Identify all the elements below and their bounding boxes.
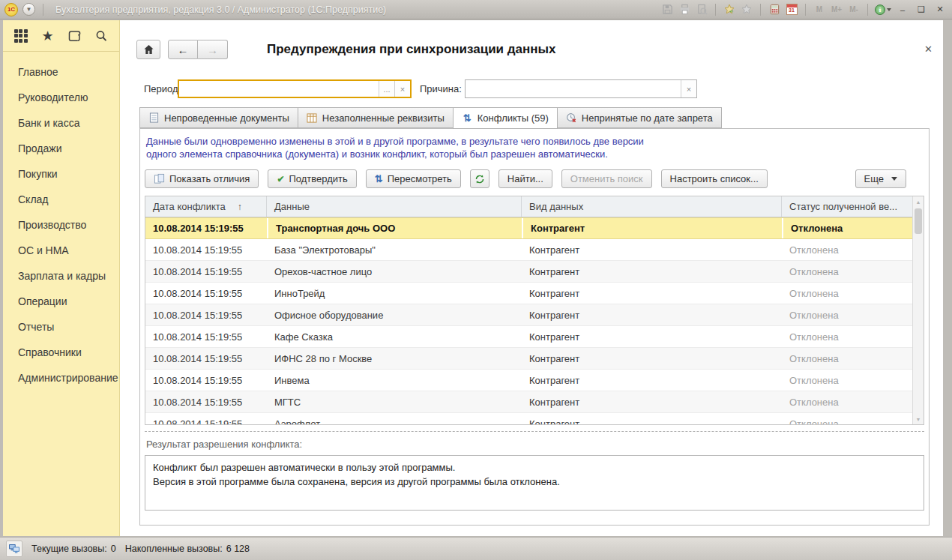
- favorites-icon[interactable]: [740, 3, 753, 16]
- tab-conflicts[interactable]: ⇅ Конфликты (59): [453, 107, 558, 129]
- find-button[interactable]: Найти...: [498, 169, 552, 188]
- show-differences-button[interactable]: Показать отличия: [145, 169, 259, 188]
- table-row[interactable]: 10.08.2014 15:19:55Орехов-частное лицоКо…: [145, 261, 912, 283]
- column-label: Вид данных: [529, 201, 583, 212]
- close-button[interactable]: ✕: [933, 3, 948, 16]
- server-calls-icon[interactable]: [6, 541, 22, 557]
- 1c-logo-icon[interactable]: 1С: [4, 3, 18, 16]
- cell-status: Отклонена: [782, 239, 912, 260]
- sidebar-item-3[interactable]: Продажи: [3, 136, 119, 161]
- review-button[interactable]: ⇅ Пересмотреть: [366, 169, 461, 188]
- conflict-arrows-icon: ⇅: [375, 174, 383, 184]
- column-header-status[interactable]: Статус полученной ве...: [782, 196, 912, 217]
- scrollbar-thumb[interactable]: [915, 208, 922, 234]
- cell-data: МГТС: [267, 391, 522, 412]
- list-toolbar: Показать отличия ✔ Подтвердить ⇅ Пересмо…: [145, 169, 924, 188]
- cell-kind: Контрагент: [522, 218, 782, 238]
- maximize-button[interactable]: ❑: [914, 3, 929, 16]
- more-button[interactable]: Еще: [855, 169, 906, 188]
- sidebar-item-9[interactable]: Операции: [3, 289, 119, 314]
- result-text-box[interactable]: Конфликт был разрешен автоматически в по…: [145, 455, 924, 511]
- memory-minus-button[interactable]: M-: [847, 3, 861, 16]
- sidebar-item-2[interactable]: Банк и касса: [3, 110, 119, 136]
- sidebar-item-8[interactable]: Зарплата и кадры: [3, 263, 119, 289]
- table-row[interactable]: 10.08.2014 15:19:55База "Электротовары"К…: [145, 239, 912, 261]
- splitter-handle[interactable]: [145, 431, 924, 432]
- forward-button[interactable]: →: [198, 40, 228, 59]
- history-icon[interactable]: [65, 27, 83, 45]
- column-header-data[interactable]: Данные: [267, 196, 522, 217]
- tab-unfilled-attributes[interactable]: Незаполненные реквизиты: [298, 107, 453, 128]
- sidebar-item-1[interactable]: Руководителю: [3, 85, 119, 110]
- home-button[interactable]: [136, 40, 160, 59]
- back-button[interactable]: ←: [168, 40, 198, 59]
- accumulated-calls-label: Накопленные вызовы:: [125, 544, 223, 554]
- table-row[interactable]: 10.08.2014 15:19:55АэрофлотКонтрагентОтк…: [145, 413, 912, 425]
- cell-date: 10.08.2014 15:19:55: [145, 370, 267, 391]
- title-bar: 1С ▼ Бухгалтерия предприятия, редакция 3…: [0, 0, 952, 19]
- current-calls-value: 0: [111, 544, 116, 554]
- sidebar-menu: ГлавноеРуководителюБанк и кассаПродажиПо…: [3, 52, 119, 398]
- add-to-favorites-icon[interactable]: [723, 3, 736, 16]
- column-header-kind[interactable]: Вид данных: [522, 196, 782, 217]
- check-icon: ✔: [277, 174, 284, 184]
- sidebar-item-5[interactable]: Склад: [3, 187, 119, 212]
- favorites-star-icon[interactable]: ★: [39, 27, 57, 45]
- table-row[interactable]: 10.08.2014 15:19:55ИФНС 28 по г МосквеКо…: [145, 348, 912, 370]
- navigation-row: ← →: [136, 40, 228, 59]
- scroll-down-icon[interactable]: ▼: [913, 414, 924, 424]
- column-label: Данные: [274, 201, 310, 212]
- table-row[interactable]: 10.08.2014 15:19:55Офисное оборудованиеК…: [145, 304, 912, 326]
- column-header-date[interactable]: Дата конфликта ↑: [145, 196, 267, 217]
- calculator-icon[interactable]: [768, 3, 781, 16]
- titlebar-separator: [760, 4, 761, 16]
- tab-unposted-documents[interactable]: Непроведенные документы: [139, 107, 298, 128]
- sidebar-item-11[interactable]: Справочники: [3, 340, 119, 365]
- sidebar-item-10[interactable]: Отчеты: [3, 314, 119, 340]
- clock-rejected-icon: [566, 112, 577, 124]
- refresh-button[interactable]: [470, 169, 489, 188]
- period-input[interactable]: [179, 81, 379, 97]
- table-row[interactable]: 10.08.2014 15:19:55МГТСКонтрагентОтклоне…: [145, 391, 912, 413]
- table-row[interactable]: 10.08.2014 15:19:55ИнноТрейдКонтрагентОт…: [145, 283, 912, 304]
- period-picker-button[interactable]: ...: [379, 81, 394, 97]
- minimize-button[interactable]: –: [895, 3, 910, 16]
- reason-clear-icon[interactable]: ×: [681, 80, 696, 97]
- titlebar-separator: [805, 4, 806, 16]
- calendar-icon[interactable]: 31: [785, 3, 798, 16]
- info-menu-button[interactable]: i: [875, 4, 891, 15]
- scroll-up-icon[interactable]: ▲: [913, 196, 924, 207]
- sidebar-item-6[interactable]: Производство: [3, 212, 119, 238]
- confirm-button[interactable]: ✔ Подтвердить: [268, 169, 356, 188]
- period-clear-icon[interactable]: ×: [394, 81, 410, 97]
- save-icon[interactable]: [660, 3, 674, 16]
- main-content: ← → Предупреждения при синхронизации дан…: [120, 20, 943, 536]
- table-row[interactable]: 10.08.2014 15:19:55ИнвемаКонтрагентОткло…: [145, 370, 912, 391]
- sidebar-item-0[interactable]: Главное: [3, 59, 119, 85]
- vertical-scrollbar[interactable]: ▲ ▼: [912, 196, 924, 424]
- cell-status: Отклонена: [782, 326, 912, 347]
- memory-recall-button[interactable]: M: [813, 3, 826, 16]
- memory-plus-button[interactable]: M+: [830, 3, 843, 16]
- main-menu-button[interactable]: ▼: [22, 3, 35, 16]
- sidebar-item-7[interactable]: ОС и НМА: [3, 238, 119, 263]
- sidebar-item-4[interactable]: Покупки: [3, 161, 119, 187]
- table-icon: [307, 112, 318, 124]
- reason-label: Причина:: [420, 83, 462, 94]
- table-row[interactable]: 10.08.2014 15:19:55Кафе СказкаКонтрагент…: [145, 326, 912, 348]
- tab-label: Конфликты (59): [477, 112, 549, 124]
- cell-data: Транспортная дочь ООО: [267, 218, 522, 238]
- menu-grid-icon[interactable]: [12, 27, 30, 45]
- configure-list-button[interactable]: Настроить список...: [661, 169, 768, 188]
- search-icon[interactable]: [92, 27, 110, 45]
- tab-rejected-by-date[interactable]: Непринятые по дате запрета: [558, 107, 722, 128]
- close-form-icon[interactable]: ✕: [924, 43, 933, 55]
- table-row[interactable]: 10.08.2014 15:19:55Транспортная дочь ООО…: [145, 217, 912, 239]
- conflict-description: Данные были одновременно изменены в этой…: [145, 135, 924, 160]
- reason-input[interactable]: [466, 80, 681, 97]
- sidebar-item-12[interactable]: Администрирование: [3, 365, 119, 391]
- print-preview-icon[interactable]: [695, 3, 708, 16]
- page-title: Предупреждения при синхронизации данных: [267, 42, 556, 57]
- tab-label: Незаполненные реквизиты: [322, 112, 445, 124]
- print-icon[interactable]: [678, 3, 691, 16]
